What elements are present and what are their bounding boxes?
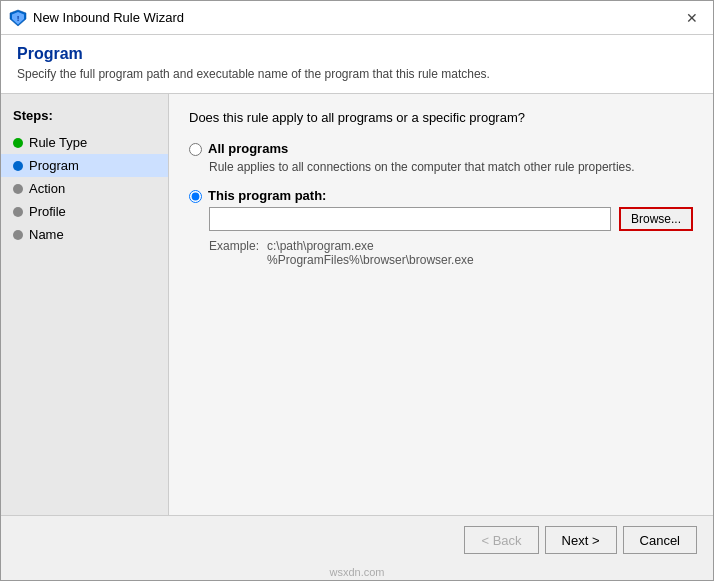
this-program-option[interactable]: This program path: (189, 188, 693, 203)
sidebar-item-program[interactable]: Program (1, 154, 168, 177)
watermark: wsxdn.com (1, 564, 713, 580)
sidebar-title: Steps: (1, 104, 168, 131)
sidebar-label-program: Program (29, 158, 79, 173)
dot-profile (13, 207, 23, 217)
this-program-radio[interactable] (189, 190, 202, 203)
page-title: Program (17, 45, 697, 63)
wizard-window: ! New Inbound Rule Wizard ✕ Program Spec… (0, 0, 714, 581)
footer: < Back Next > Cancel (1, 515, 713, 564)
firewall-icon: ! (9, 9, 27, 27)
dot-name (13, 230, 23, 240)
sidebar-label-rule-type: Rule Type (29, 135, 87, 150)
this-program-label: This program path: (208, 188, 326, 203)
close-button[interactable]: ✕ (679, 5, 705, 31)
svg-text:!: ! (17, 14, 20, 23)
cancel-button[interactable]: Cancel (623, 526, 697, 554)
browse-button[interactable]: Browse... (619, 207, 693, 231)
title-bar-left: ! New Inbound Rule Wizard (9, 9, 184, 27)
sidebar-item-profile[interactable]: Profile (1, 200, 168, 223)
sidebar: Steps: Rule Type Program Action Profile … (1, 94, 169, 515)
path-input-row: Browse... (209, 207, 693, 231)
example-value: c:\path\program.exe%ProgramFiles%\browse… (267, 239, 474, 267)
example-text: Example: c:\path\program.exe%ProgramFile… (209, 239, 693, 267)
title-bar: ! New Inbound Rule Wizard ✕ (1, 1, 713, 35)
this-program-section: This program path: Browse... Example: c:… (189, 188, 693, 267)
sidebar-item-action[interactable]: Action (1, 177, 168, 200)
content-area: Steps: Rule Type Program Action Profile … (1, 94, 713, 515)
all-programs-group: All programs Rule applies to all connect… (189, 141, 693, 174)
sidebar-item-name[interactable]: Name (1, 223, 168, 246)
question-text: Does this rule apply to all programs or … (189, 110, 693, 125)
back-button[interactable]: < Back (464, 526, 538, 554)
all-programs-option[interactable]: All programs (189, 141, 693, 156)
window-title: New Inbound Rule Wizard (33, 10, 184, 25)
header-section: Program Specify the full program path an… (1, 35, 713, 94)
all-programs-radio[interactable] (189, 143, 202, 156)
dot-rule-type (13, 138, 23, 148)
main-panel: Does this rule apply to all programs or … (169, 94, 713, 515)
sidebar-label-name: Name (29, 227, 64, 242)
dot-action (13, 184, 23, 194)
sidebar-item-rule-type[interactable]: Rule Type (1, 131, 168, 154)
example-label: Example: (209, 239, 259, 267)
all-programs-description: Rule applies to all connections on the c… (209, 160, 693, 174)
sidebar-label-profile: Profile (29, 204, 66, 219)
next-button[interactable]: Next > (545, 526, 617, 554)
all-programs-label: All programs (208, 141, 288, 156)
sidebar-label-action: Action (29, 181, 65, 196)
dot-program (13, 161, 23, 171)
program-path-input[interactable] (209, 207, 611, 231)
page-description: Specify the full program path and execut… (17, 67, 697, 81)
